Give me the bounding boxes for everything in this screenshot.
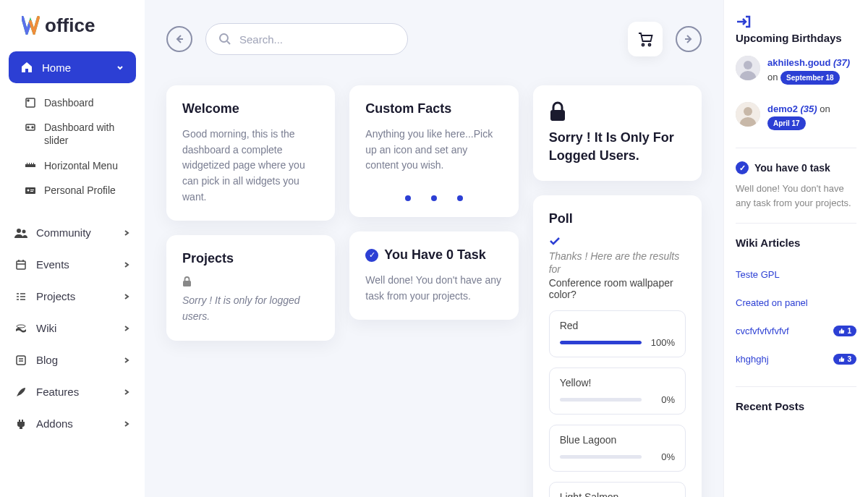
back-button[interactable]	[166, 26, 192, 52]
nav-events[interactable]: Events	[0, 249, 145, 281]
svg-point-14	[17, 229, 21, 233]
card-title: Projects	[182, 251, 319, 266]
recent-posts-title: Recent Posts	[736, 400, 856, 412]
arrow-left-icon	[174, 33, 185, 45]
svg-rect-6	[27, 163, 27, 164]
poll-label: Light Salmon	[560, 491, 675, 497]
nav-sub-label: Personal Profile	[44, 184, 116, 197]
nav-community[interactable]: Community	[0, 217, 145, 249]
cart-button[interactable]	[628, 22, 663, 56]
nav-sub-label: Horizontal Menu	[44, 159, 118, 172]
svg-point-30	[220, 34, 228, 42]
svg-rect-27	[17, 356, 25, 365]
poll-pct: 0%	[649, 451, 675, 462]
svg-rect-35	[550, 110, 565, 121]
nav-features[interactable]: Features	[0, 376, 145, 408]
divider	[736, 223, 856, 224]
chevron-down-icon	[116, 63, 124, 72]
nav-label: Events	[36, 258, 69, 271]
poll-bar	[560, 398, 642, 402]
chevron-right-icon	[123, 293, 130, 300]
rail-task-title: You have 0 task	[754, 162, 830, 174]
wiki-link[interactable]: Teste GPL	[736, 260, 856, 289]
card-title: Poll	[549, 211, 686, 226]
projects-card: Projects Sorry ! It is only for logged u…	[166, 235, 335, 340]
chevron-right-icon	[123, 357, 130, 364]
nav-projects[interactable]: Projects	[0, 281, 145, 313]
divider	[736, 386, 856, 387]
ruler-icon	[25, 161, 37, 171]
home-icon	[20, 61, 33, 74]
avatar[interactable]	[736, 56, 760, 80]
card-title: Welcome	[182, 101, 319, 116]
svg-point-3	[27, 127, 29, 128]
dot[interactable]	[457, 195, 463, 201]
forward-button[interactable]	[676, 26, 702, 52]
birthday-date: April 17	[767, 116, 806, 130]
feather-icon	[14, 386, 27, 399]
poll-label: Red	[560, 320, 675, 331]
chevron-right-icon	[123, 229, 130, 237]
nav-label: Wiki	[36, 322, 56, 334]
nav-addons[interactable]: Addons	[0, 408, 145, 440]
check-icon: ✓	[365, 249, 378, 262]
poll-bar	[560, 341, 642, 344]
poll-option: Red 100%	[549, 310, 686, 357]
calendar-icon	[14, 258, 27, 271]
community-icon	[14, 226, 27, 239]
svg-rect-34	[183, 281, 191, 286]
logo-mark	[22, 16, 45, 35]
birthday-age: (37)	[833, 57, 850, 68]
search-input[interactable]	[205, 23, 408, 55]
nav-home[interactable]: Home	[9, 51, 136, 83]
nav-sub-dashboard-slider[interactable]: Dashboard with slider	[0, 115, 145, 153]
birthday-item: akhilesh.goud (37) on September 18	[736, 56, 856, 85]
search-wrap	[205, 23, 408, 55]
avatar[interactable]	[736, 102, 760, 127]
svg-rect-5	[25, 164, 35, 167]
svg-point-37	[744, 61, 752, 69]
wiki-link-label: cvcfvfvfvfvfvf	[736, 326, 789, 336]
logo: office	[0, 14, 145, 51]
wiki-link[interactable]: khghghj 3	[736, 345, 856, 373]
wiki-link-label: khghghj	[736, 354, 769, 365]
locked-title: Sorry ! It Is Only For Logged Users.	[549, 129, 686, 165]
nav-sub-personal-profile[interactable]: Personal Profile	[0, 178, 145, 203]
svg-line-31	[227, 41, 230, 44]
dot[interactable]	[431, 195, 437, 201]
right-rail: Upcoming Birthdays akhilesh.goud (37) on…	[723, 0, 868, 497]
nav-label: Blog	[36, 354, 58, 366]
svg-rect-9	[33, 163, 34, 164]
svg-rect-12	[30, 190, 34, 190]
nav-wiki[interactable]: Wiki	[0, 313, 145, 344]
wiki-link-label: Teste GPL	[736, 269, 780, 280]
svg-rect-7	[29, 163, 30, 164]
nav-blog[interactable]: Blog	[0, 344, 145, 376]
chevron-right-icon	[123, 388, 130, 396]
birthday-name[interactable]: akhilesh.goud	[767, 57, 830, 68]
carousel-dots	[365, 195, 502, 201]
wiki-link[interactable]: cvcfvfvfvfvfvf 1	[736, 317, 856, 345]
svg-point-11	[27, 189, 30, 191]
projects-icon	[14, 290, 27, 303]
custom-facts-card: Custom Facts Anything you like here...Pi…	[349, 85, 518, 217]
birthdays-title: Upcoming Birthdays	[736, 32, 856, 44]
nav-sub-dashboard[interactable]: Dashboard	[0, 90, 145, 115]
wiki-link[interactable]: Created on panel	[736, 289, 856, 317]
login-icon[interactable]	[736, 14, 856, 29]
svg-point-33	[649, 44, 651, 46]
chevron-right-icon	[123, 261, 130, 268]
rail-task-head: ✓ You have 0 task	[736, 161, 856, 174]
poll-option: Yellow! 0%	[549, 368, 686, 415]
nav-label: Projects	[36, 290, 75, 302]
card-body: Anything you like here...Pick up an icon…	[365, 127, 502, 174]
nav-sub-horizontal-menu[interactable]: Horizontal Menu	[0, 153, 145, 178]
dot[interactable]	[405, 195, 411, 201]
blog-icon	[14, 354, 27, 367]
svg-rect-8	[31, 163, 32, 164]
svg-point-32	[642, 44, 644, 46]
poll-question: Conference room wallpaper color?	[549, 277, 686, 300]
nav-label: Features	[36, 386, 79, 398]
wiki-title: Wiki Articles	[736, 237, 856, 249]
birthday-name[interactable]: demo2	[767, 103, 798, 114]
